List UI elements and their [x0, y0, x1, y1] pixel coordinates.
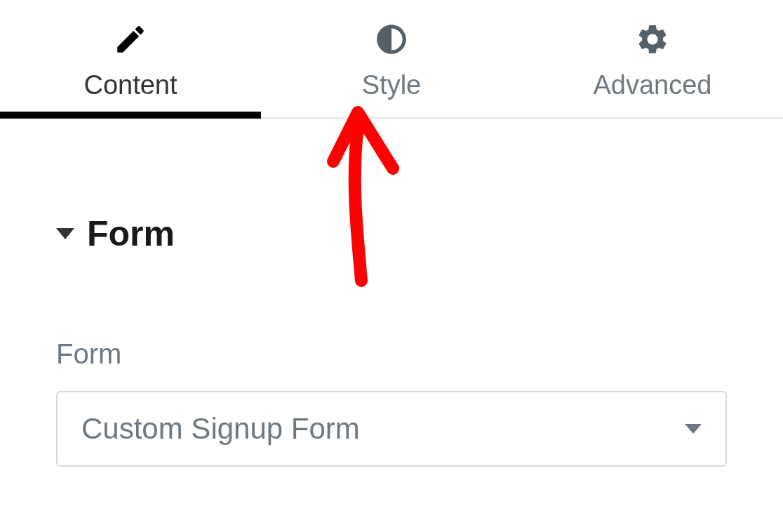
tab-advanced-label: Advanced [593, 70, 711, 100]
form-select[interactable]: Custom Signup Form [56, 391, 727, 467]
caret-down-icon [56, 228, 74, 239]
editor-tabs: Content Style Advanced [0, 0, 783, 119]
tab-style-label: Style [362, 70, 421, 100]
tab-style[interactable]: Style [261, 0, 522, 117]
content-panel: Form Form Custom Signup Form [0, 213, 783, 467]
section-title: Form [87, 213, 175, 254]
tab-content[interactable]: Content [0, 0, 261, 117]
tab-content-label: Content [83, 70, 177, 100]
tab-advanced[interactable]: Advanced [522, 0, 783, 117]
contrast-icon [373, 21, 410, 58]
gear-icon [634, 21, 671, 58]
form-select-value: Custom Signup Form [81, 412, 360, 446]
section-toggle-form[interactable]: Form [56, 213, 727, 254]
chevron-down-icon [685, 424, 702, 434]
pencil-icon [112, 21, 149, 58]
form-field-label: Form [56, 338, 727, 370]
